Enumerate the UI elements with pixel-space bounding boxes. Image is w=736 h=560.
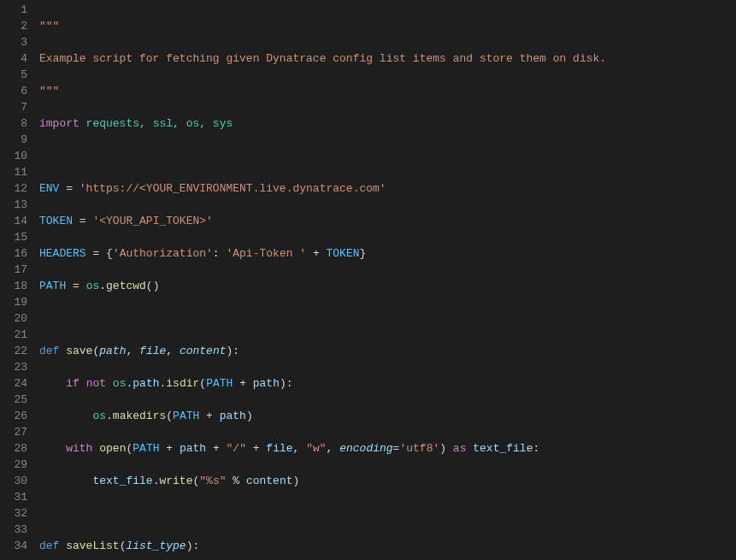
var-textfile: text_file xyxy=(473,442,533,455)
code-line[interactable]: import requests, ssl, os, sys xyxy=(39,115,727,132)
line-number: 14 xyxy=(0,213,27,229)
paren: ): xyxy=(186,539,200,552)
const-token: TOKEN xyxy=(327,247,360,260)
docstring-quote: """ xyxy=(39,20,59,32)
op-plus: + xyxy=(246,442,266,455)
line-number: 11 xyxy=(0,164,27,180)
param-path: path xyxy=(99,345,126,357)
op-pct: % xyxy=(227,475,246,487)
const-token: TOKEN xyxy=(39,215,73,227)
line-number: 4 xyxy=(0,50,27,67)
line-number: 30 xyxy=(0,473,27,489)
keyword-import: import xyxy=(39,117,79,130)
paren: ) xyxy=(246,410,253,422)
module-os: os xyxy=(113,377,127,390)
string-literal: "/" xyxy=(227,442,246,455)
code-editor[interactable]: 1 2 3 4 5 6 7 8 9 10 11 12 13 14 15 16 1… xyxy=(0,0,736,560)
var-textfile: text_file xyxy=(92,475,152,487)
line-number: 1 xyxy=(0,2,27,18)
keyword-not: not xyxy=(86,377,106,390)
indent xyxy=(39,475,92,487)
line-number: 19 xyxy=(0,294,27,310)
indent xyxy=(39,377,66,390)
line-number: 23 xyxy=(0,359,27,375)
code-line[interactable] xyxy=(39,148,727,164)
line-number: 20 xyxy=(0,310,27,327)
keyword-def: def xyxy=(39,539,66,552)
string-literal: 'Api-Token ' xyxy=(226,247,306,260)
line-number: 24 xyxy=(0,375,27,392)
line-number: 29 xyxy=(0,457,27,473)
code-line[interactable]: TOKEN = '<YOUR_API_TOKEN>' xyxy=(39,213,727,229)
paren: ): xyxy=(227,345,240,357)
keyword-def: def xyxy=(39,345,66,357)
code-line[interactable]: Example script for fetching given Dynatr… xyxy=(39,50,727,67)
paren: ): xyxy=(280,377,293,390)
brace: { xyxy=(106,247,113,260)
code-line[interactable]: ENV = 'https://<YOUR_ENVIRONMENT.live.dy… xyxy=(39,180,727,197)
indent xyxy=(39,410,92,422)
code-line[interactable]: def save(path, file, content): xyxy=(39,343,727,359)
comma: , xyxy=(126,345,139,357)
code-line[interactable]: text_file.write("%s" % content) xyxy=(39,473,727,489)
line-number: 18 xyxy=(0,278,27,294)
op-plus: + xyxy=(206,442,226,455)
dot: . xyxy=(99,280,106,292)
line-number: 32 xyxy=(0,505,27,522)
line-number: 7 xyxy=(0,99,27,115)
dot: . xyxy=(106,410,113,422)
op-assign: = xyxy=(86,247,106,260)
space xyxy=(79,377,86,390)
func-isdir: isdir xyxy=(166,377,199,390)
code-line[interactable]: os.makedirs(PATH + path) xyxy=(39,408,727,424)
string-literal: 'utf8' xyxy=(399,442,439,455)
line-number: 10 xyxy=(0,148,27,164)
var-path: path xyxy=(180,442,206,455)
paren: ) xyxy=(439,442,446,455)
line-number: 8 xyxy=(0,115,27,132)
line-number: 27 xyxy=(0,424,27,440)
var-file: file xyxy=(266,442,292,455)
string-literal: "%s" xyxy=(199,475,226,487)
comma: , xyxy=(327,442,340,455)
line-number: 5 xyxy=(0,67,27,83)
keyword-if: if xyxy=(66,377,79,390)
var-path: path xyxy=(220,410,246,422)
colon: : xyxy=(533,442,539,455)
code-line[interactable] xyxy=(39,310,727,327)
paren: ( xyxy=(199,377,206,390)
op-assign: = xyxy=(66,280,85,292)
code-line[interactable]: def saveList(list_type): xyxy=(39,538,727,554)
line-gutter: 1 2 3 4 5 6 7 8 9 10 11 12 13 14 15 16 1… xyxy=(0,0,34,560)
code-line[interactable]: HEADERS = {'Authorization': 'Api-Token '… xyxy=(39,245,727,262)
op-plus: + xyxy=(306,247,326,260)
attr-path: path xyxy=(132,377,159,390)
var-path: path xyxy=(253,377,280,390)
const-env: ENV xyxy=(39,182,59,195)
code-area[interactable]: """ Example script for fetching given Dy… xyxy=(34,0,727,560)
docstring-text: Example script for fetching given Dynatr… xyxy=(39,52,606,65)
docstring-quote: """ xyxy=(39,85,59,97)
line-number: 17 xyxy=(0,262,27,278)
const-headers: HEADERS xyxy=(39,247,86,260)
indent xyxy=(39,442,66,455)
line-number: 34 xyxy=(0,538,27,554)
var-content: content xyxy=(246,475,293,487)
code-line[interactable]: """ xyxy=(39,18,727,34)
paren: () xyxy=(146,280,160,292)
func-savelist: saveList xyxy=(66,539,119,552)
code-line[interactable]: if not os.path.isdir(PATH + path): xyxy=(39,375,727,392)
line-number: 12 xyxy=(0,180,27,197)
line-number: 16 xyxy=(0,245,27,262)
code-line[interactable]: """ xyxy=(39,83,727,99)
line-number: 26 xyxy=(0,408,27,424)
code-line[interactable] xyxy=(39,505,727,522)
op-assign: = xyxy=(73,215,92,227)
line-number: 6 xyxy=(0,83,27,99)
module-os: os xyxy=(86,280,100,292)
param-file: file xyxy=(139,345,166,357)
line-number: 9 xyxy=(0,132,27,148)
code-line[interactable]: PATH = os.getcwd() xyxy=(39,278,727,294)
code-line[interactable]: with open(PATH + path + "/" + file, "w",… xyxy=(39,440,727,457)
string-literal: 'Authorization' xyxy=(113,247,213,260)
